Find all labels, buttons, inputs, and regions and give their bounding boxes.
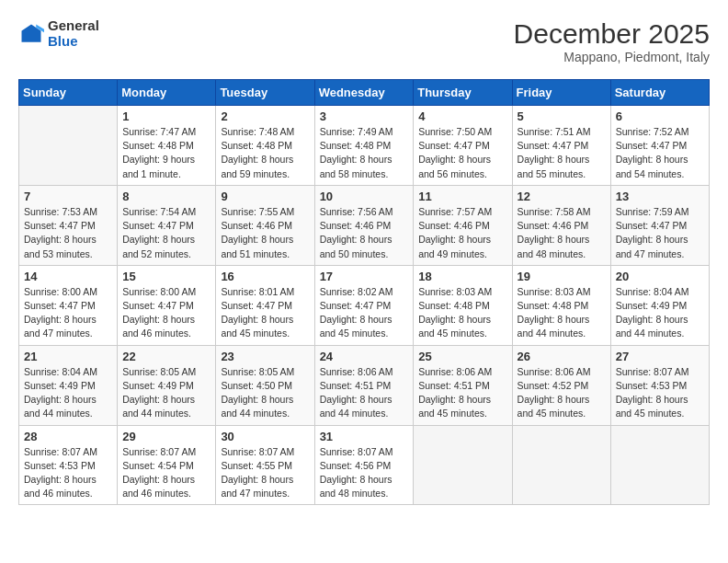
logo: General Blue [18,18,99,49]
calendar-week-3: 14Sunrise: 8:00 AMSunset: 4:47 PMDayligh… [19,265,710,345]
day-number: 23 [221,350,309,363]
calendar-cell: 7Sunrise: 7:53 AMSunset: 4:47 PMDaylight… [19,185,118,265]
calendar-cell: 8Sunrise: 7:54 AMSunset: 4:47 PMDaylight… [118,185,216,265]
day-number: 29 [122,430,210,443]
day-header-thursday: Thursday [414,80,512,106]
day-info: Sunrise: 8:02 AMSunset: 4:47 PMDaylight:… [320,285,409,341]
day-info: Sunrise: 7:52 AMSunset: 4:47 PMDaylight:… [616,125,704,181]
calendar-body: 1Sunrise: 7:47 AMSunset: 4:48 PMDaylight… [19,106,710,505]
calendar-cell [414,425,512,505]
calendar-table: SundayMondayTuesdayWednesdayThursdayFrid… [18,79,710,505]
calendar-week-1: 1Sunrise: 7:47 AMSunset: 4:48 PMDaylight… [19,106,710,186]
calendar-cell: 12Sunrise: 7:58 AMSunset: 4:46 PMDayligh… [512,185,610,265]
calendar-cell: 10Sunrise: 7:56 AMSunset: 4:46 PMDayligh… [314,185,414,265]
calendar-cell: 9Sunrise: 7:55 AMSunset: 4:46 PMDaylight… [216,185,314,265]
day-number: 11 [418,190,506,203]
day-number: 31 [320,430,409,443]
day-number: 7 [24,190,112,203]
day-header-monday: Monday [118,80,216,106]
calendar-cell: 22Sunrise: 8:05 AMSunset: 4:49 PMDayligh… [118,345,216,425]
day-number: 22 [122,350,210,363]
day-number: 20 [616,270,704,283]
calendar-cell: 1Sunrise: 7:47 AMSunset: 4:48 PMDaylight… [118,106,216,186]
day-info: Sunrise: 7:54 AMSunset: 4:47 PMDaylight:… [122,205,210,261]
day-number: 9 [221,190,309,203]
day-info: Sunrise: 7:57 AMSunset: 4:46 PMDaylight:… [418,205,506,261]
day-number: 18 [418,270,506,283]
day-info: Sunrise: 8:06 AMSunset: 4:52 PMDaylight:… [518,365,606,421]
day-header-friday: Friday [512,80,610,106]
day-info: Sunrise: 8:07 AMSunset: 4:53 PMDaylight:… [616,365,704,421]
day-info: Sunrise: 7:53 AMSunset: 4:47 PMDaylight:… [24,205,112,261]
calendar-cell: 31Sunrise: 8:07 AMSunset: 4:56 PMDayligh… [314,425,414,505]
calendar-cell: 24Sunrise: 8:06 AMSunset: 4:51 PMDayligh… [314,345,414,425]
location: Mappano, Piedmont, Italy [514,50,710,64]
day-info: Sunrise: 8:01 AMSunset: 4:47 PMDaylight:… [221,285,309,341]
day-number: 4 [418,109,506,123]
day-info: Sunrise: 7:47 AMSunset: 4:48 PMDaylight:… [122,125,210,181]
calendar-cell: 30Sunrise: 8:07 AMSunset: 4:55 PMDayligh… [216,425,314,505]
day-info: Sunrise: 8:06 AMSunset: 4:51 PMDaylight:… [418,365,506,421]
logo-blue: Blue [48,34,99,50]
day-number: 19 [518,270,606,283]
day-info: Sunrise: 7:48 AMSunset: 4:48 PMDaylight:… [221,125,309,181]
calendar-cell: 20Sunrise: 8:04 AMSunset: 4:49 PMDayligh… [610,265,709,345]
day-number: 2 [221,109,309,123]
day-number: 14 [24,270,112,283]
day-info: Sunrise: 8:06 AMSunset: 4:51 PMDaylight:… [320,365,409,421]
title-block: December 2025 Mappano, Piedmont, Italy [514,18,710,64]
logo-icon [18,21,44,47]
calendar-cell: 6Sunrise: 7:52 AMSunset: 4:47 PMDaylight… [610,106,709,186]
day-info: Sunrise: 7:50 AMSunset: 4:47 PMDaylight:… [418,125,506,181]
day-number: 6 [616,109,704,123]
day-info: Sunrise: 8:03 AMSunset: 4:48 PMDaylight:… [518,285,606,341]
month-title: December 2025 [514,18,710,50]
day-number: 30 [221,430,309,443]
calendar-cell: 25Sunrise: 8:06 AMSunset: 4:51 PMDayligh… [414,345,512,425]
day-info: Sunrise: 8:03 AMSunset: 4:48 PMDaylight:… [418,285,506,341]
day-header-tuesday: Tuesday [216,80,314,106]
day-info: Sunrise: 7:58 AMSunset: 4:46 PMDaylight:… [518,205,606,261]
page-header: General Blue December 2025 Mappano, Pied… [18,18,710,64]
calendar-cell: 16Sunrise: 8:01 AMSunset: 4:47 PMDayligh… [216,265,314,345]
logo-general: General [48,18,99,34]
day-info: Sunrise: 8:07 AMSunset: 4:53 PMDaylight:… [24,445,112,501]
day-number: 28 [24,430,112,443]
day-number: 21 [24,350,112,363]
calendar-week-4: 21Sunrise: 8:04 AMSunset: 4:49 PMDayligh… [19,345,710,425]
calendar-cell: 27Sunrise: 8:07 AMSunset: 4:53 PMDayligh… [610,345,709,425]
day-number: 26 [518,350,606,363]
day-info: Sunrise: 8:04 AMSunset: 4:49 PMDaylight:… [24,365,112,421]
calendar-cell: 17Sunrise: 8:02 AMSunset: 4:47 PMDayligh… [314,265,414,345]
calendar-cell: 14Sunrise: 8:00 AMSunset: 4:47 PMDayligh… [19,265,118,345]
day-number: 12 [518,190,606,203]
logo-text: General Blue [48,18,99,49]
day-info: Sunrise: 7:49 AMSunset: 4:48 PMDaylight:… [320,125,409,181]
calendar-cell: 2Sunrise: 7:48 AMSunset: 4:48 PMDaylight… [216,106,314,186]
day-number: 5 [518,109,606,123]
calendar-cell: 23Sunrise: 8:05 AMSunset: 4:50 PMDayligh… [216,345,314,425]
calendar-cell: 26Sunrise: 8:06 AMSunset: 4:52 PMDayligh… [512,345,610,425]
day-number: 8 [122,190,210,203]
day-info: Sunrise: 8:05 AMSunset: 4:49 PMDaylight:… [122,365,210,421]
day-number: 15 [122,270,210,283]
day-number: 16 [221,270,309,283]
day-info: Sunrise: 7:56 AMSunset: 4:46 PMDaylight:… [320,205,409,261]
day-info: Sunrise: 8:07 AMSunset: 4:56 PMDaylight:… [320,445,409,501]
calendar-cell: 5Sunrise: 7:51 AMSunset: 4:47 PMDaylight… [512,106,610,186]
day-info: Sunrise: 8:00 AMSunset: 4:47 PMDaylight:… [122,285,210,341]
calendar-cell: 4Sunrise: 7:50 AMSunset: 4:47 PMDaylight… [414,106,512,186]
calendar-cell: 18Sunrise: 8:03 AMSunset: 4:48 PMDayligh… [414,265,512,345]
day-info: Sunrise: 8:04 AMSunset: 4:49 PMDaylight:… [616,285,704,341]
calendar-cell: 19Sunrise: 8:03 AMSunset: 4:48 PMDayligh… [512,265,610,345]
calendar-cell [512,425,610,505]
day-number: 1 [122,109,210,123]
calendar-week-5: 28Sunrise: 8:07 AMSunset: 4:53 PMDayligh… [19,425,710,505]
calendar-cell: 28Sunrise: 8:07 AMSunset: 4:53 PMDayligh… [19,425,118,505]
days-header-row: SundayMondayTuesdayWednesdayThursdayFrid… [19,80,710,106]
day-number: 24 [320,350,409,363]
calendar-cell: 11Sunrise: 7:57 AMSunset: 4:46 PMDayligh… [414,185,512,265]
day-number: 3 [320,109,409,123]
day-header-sunday: Sunday [19,80,118,106]
day-info: Sunrise: 8:05 AMSunset: 4:50 PMDaylight:… [221,365,309,421]
